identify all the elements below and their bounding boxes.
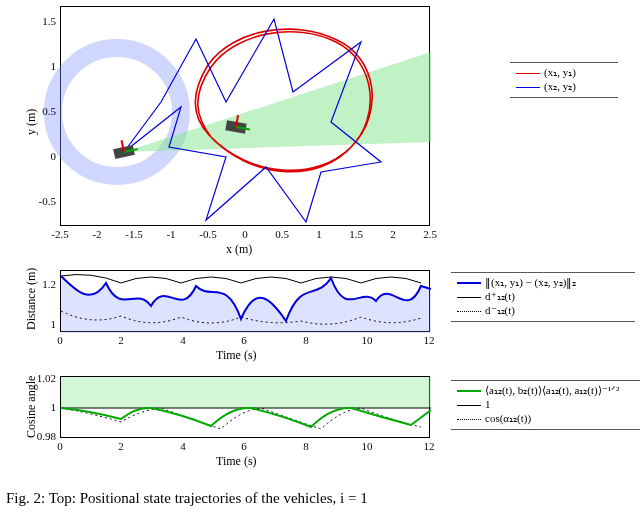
mid-ylabel: Distance (m) xyxy=(24,268,39,330)
xtick: 2 xyxy=(114,334,128,346)
ytick: 1 xyxy=(36,318,56,330)
xtick: 4 xyxy=(176,440,190,452)
legend-label: ⟨a₁₂(t), b₂(t)⟩⟨a₁₂(t), a₁₂(t)⟩⁻¹ᐟ² xyxy=(485,383,619,398)
top-ylabel: y (m) xyxy=(24,109,39,135)
legend-top: (x₁, y₁) (x₂, y₂) xyxy=(510,62,618,98)
mid-plot-axes xyxy=(60,270,430,332)
mid-xlabel: Time (s) xyxy=(216,348,257,363)
top-plot-svg xyxy=(61,7,431,227)
bot-xlabel: Time (s) xyxy=(216,454,257,469)
xtick: 10 xyxy=(359,334,375,346)
legend-swatch-blue-thick xyxy=(457,282,481,284)
xtick: 12 xyxy=(421,440,437,452)
legend-swatch-blue xyxy=(516,87,540,88)
legend-swatch-green xyxy=(457,390,481,392)
xtick: 1.5 xyxy=(346,228,366,240)
legend-swatch-black xyxy=(457,405,481,406)
xtick: -0.5 xyxy=(198,228,218,240)
legend-mid: ‖(x₁, y₁) − (x₂, y₂)‖₂ d⁺₁₂(t) d⁻₁₂(t) xyxy=(451,272,635,322)
legend-swatch-black-dotted xyxy=(457,311,481,312)
figure-caption: Fig. 2: Top: Positional state trajectori… xyxy=(0,490,640,507)
ytick: 1 xyxy=(30,60,56,72)
legend-label: d⁻₁₂(t) xyxy=(485,303,515,318)
xtick: -2 xyxy=(87,228,107,240)
mid-plot-svg xyxy=(61,271,431,333)
xtick: -2.5 xyxy=(50,228,70,240)
bot-ylabel: Cosine angle xyxy=(24,376,39,438)
ytick: 0 xyxy=(30,150,56,162)
xtick: 0 xyxy=(53,334,67,346)
xtick: 2 xyxy=(114,440,128,452)
xtick: 1 xyxy=(309,228,329,240)
ytick: -0.5 xyxy=(30,195,56,207)
top-xlabel: x (m) xyxy=(226,242,252,257)
xtick: 12 xyxy=(421,334,437,346)
legend-swatch-red xyxy=(516,73,540,74)
xtick: -1 xyxy=(161,228,181,240)
legend-swatch-black-dotted xyxy=(457,419,481,420)
legend-label: cos(α₁₂(t)) xyxy=(485,411,531,426)
figure-container: -2.5 -2 -1.5 -1 -0.5 0 0.5 1 1.5 2 2.5 -… xyxy=(6,0,634,490)
xtick: 0 xyxy=(235,228,255,240)
xtick: 2.5 xyxy=(420,228,440,240)
xtick: 2 xyxy=(383,228,403,240)
xtick: 6 xyxy=(237,334,251,346)
xtick: 8 xyxy=(299,334,313,346)
legend-swatch-black xyxy=(457,297,481,298)
xtick: 6 xyxy=(237,440,251,452)
svg-rect-8 xyxy=(61,377,431,408)
legend-bot: ⟨a₁₂(t), b₂(t)⟩⟨a₁₂(t), a₁₂(t)⟩⁻¹ᐟ² 1 co… xyxy=(451,380,640,430)
xtick: -1.5 xyxy=(124,228,144,240)
xtick: 0.5 xyxy=(272,228,292,240)
xtick: 10 xyxy=(359,440,375,452)
xtick: 8 xyxy=(299,440,313,452)
ytick: 1.5 xyxy=(30,15,56,27)
top-plot-axes xyxy=(60,6,430,226)
bot-plot-svg xyxy=(61,377,431,439)
bot-plot-axes xyxy=(60,376,430,438)
xtick: 4 xyxy=(176,334,190,346)
legend-label: (x₂, y₂) xyxy=(544,79,576,94)
ytick: 1.2 xyxy=(36,278,56,290)
